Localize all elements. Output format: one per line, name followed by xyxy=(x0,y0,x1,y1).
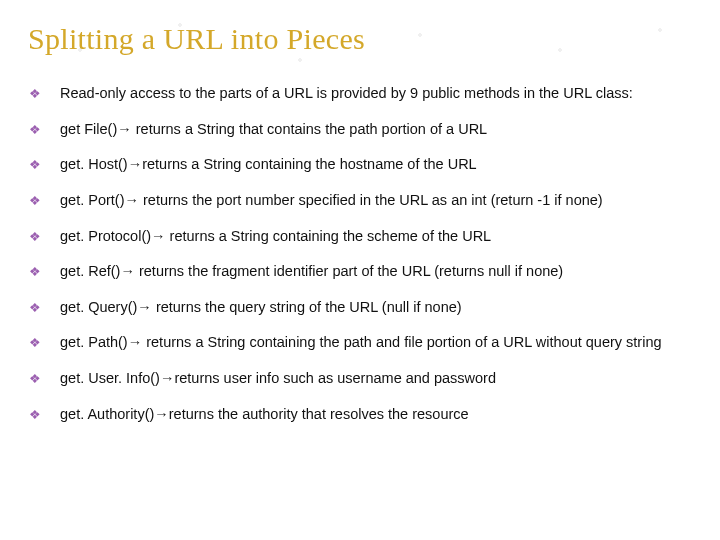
list-item: ❖get. Authority()→returns the authority … xyxy=(28,405,692,424)
list-item: ❖get. Query()→ returns the query string … xyxy=(28,298,692,317)
bullet-icon: ❖ xyxy=(28,86,42,103)
list-item-text: Read-only access to the parts of a URL i… xyxy=(60,84,692,103)
list-item: ❖get. Port()→ returns the port number sp… xyxy=(28,191,692,210)
bullet-icon: ❖ xyxy=(28,371,42,388)
list-item: ❖get. Ref()→ returns the fragment identi… xyxy=(28,262,692,281)
bullet-icon: ❖ xyxy=(28,229,42,246)
bullet-icon: ❖ xyxy=(28,335,42,352)
list-item-text: get. Port()→ returns the port number spe… xyxy=(60,191,692,210)
bullet-icon: ❖ xyxy=(28,122,42,139)
list-item-text: get. Path()→ returns a String containing… xyxy=(60,333,692,352)
slide-title: Splitting a URL into Pieces xyxy=(28,22,692,56)
bullet-icon: ❖ xyxy=(28,157,42,174)
bullet-icon: ❖ xyxy=(28,300,42,317)
list-item-text: get File()→ returns a String that contai… xyxy=(60,120,692,139)
list-item-text: get. Ref()→ returns the fragment identif… xyxy=(60,262,692,281)
list-item: ❖get. Host()→returns a String containing… xyxy=(28,155,692,174)
bullet-list: ❖Read-only access to the parts of a URL … xyxy=(28,84,692,423)
list-item-text: get. Authority()→returns the authority t… xyxy=(60,405,692,424)
list-item: ❖get. Protocol()→ returns a String conta… xyxy=(28,227,692,246)
list-item: ❖get. User. Info()→returns user info suc… xyxy=(28,369,692,388)
list-item: ❖Read-only access to the parts of a URL … xyxy=(28,84,692,103)
bullet-icon: ❖ xyxy=(28,407,42,424)
list-item-text: get. User. Info()→returns user info such… xyxy=(60,369,692,388)
bullet-icon: ❖ xyxy=(28,264,42,281)
slide-content: Splitting a URL into Pieces ❖Read-only a… xyxy=(0,0,720,450)
list-item-text: get. Protocol()→ returns a String contai… xyxy=(60,227,692,246)
list-item-text: get. Query()→ returns the query string o… xyxy=(60,298,692,317)
list-item: ❖get. Path()→ returns a String containin… xyxy=(28,333,692,352)
list-item-text: get. Host()→returns a String containing … xyxy=(60,155,692,174)
bullet-icon: ❖ xyxy=(28,193,42,210)
list-item: ❖get File()→ returns a String that conta… xyxy=(28,120,692,139)
